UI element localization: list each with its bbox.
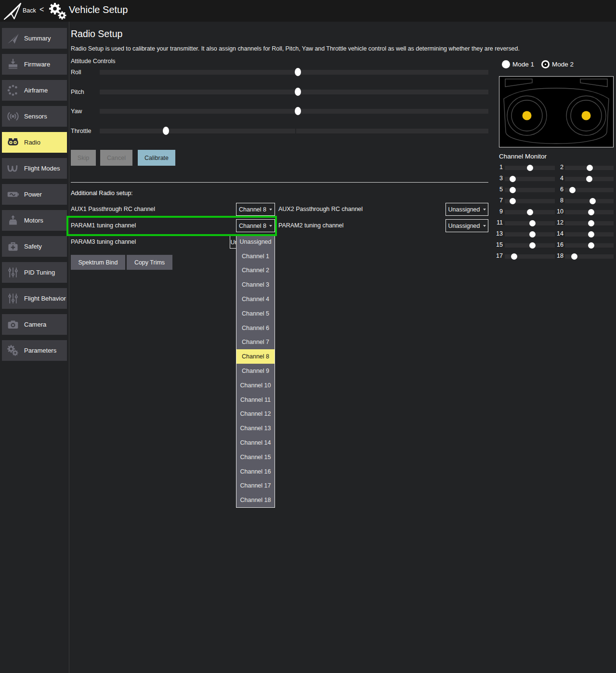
yaw-slider[interactable] <box>100 109 488 114</box>
sidebar-item-sensors[interactable]: Sensors <box>2 106 67 127</box>
sidebar-item-label: Parameters <box>24 347 56 354</box>
channel-5-monitor-bar <box>505 188 555 192</box>
dropdown-item-channel-17[interactable]: Channel 17 <box>236 479 275 493</box>
yaw-slider-thumb[interactable] <box>295 107 301 115</box>
back-button[interactable]: Back <box>23 7 36 14</box>
vehicle-setup-gears-icon[interactable] <box>47 2 68 22</box>
throttle-slider-thumb[interactable] <box>163 127 169 135</box>
roll-slider-label: Roll <box>71 69 81 76</box>
page-mode-title[interactable]: Vehicle Setup <box>69 4 128 15</box>
channel-3-value-dot <box>510 176 516 182</box>
dropdown-item-channel-5[interactable]: Channel 5 <box>236 306 275 321</box>
transmitter-diagram <box>499 76 614 147</box>
param1-channel-select[interactable]: Channel 8 <box>236 219 275 232</box>
channel-10-value-dot <box>588 209 594 215</box>
assign-row-label: AUX1 Passthrough RC channel <box>71 203 155 216</box>
cancel-button[interactable]: Cancel <box>100 150 132 166</box>
spektrum-bind-button[interactable]: Spektrum Bind <box>71 255 125 270</box>
channel-8-value-dot <box>590 198 596 204</box>
mode1-label: Mode 1 <box>512 61 534 68</box>
param2-channel-select[interactable]: Unassigned <box>446 219 488 232</box>
sidebar-item-flight-behavior[interactable]: Flight Behavior <box>2 288 67 309</box>
mode1-radio[interactable]: Mode 1 <box>502 60 534 68</box>
channel-13-value-dot <box>529 231 536 238</box>
aux1-channel-select[interactable]: Channel 8 <box>236 203 275 216</box>
sidebar-item-label: Flight Modes <box>24 165 60 172</box>
dropdown-item-channel-18[interactable]: Channel 18 <box>236 493 275 507</box>
sidebar-item-parameters[interactable]: Parameters <box>2 340 67 361</box>
roll-slider[interactable] <box>100 70 488 75</box>
slider-track-seam <box>295 129 296 133</box>
combo-value: Channel 8 <box>239 206 266 213</box>
mode1-radio-circle-icon[interactable] <box>502 60 510 68</box>
sidebar-item-power[interactable]: Power <box>2 184 67 205</box>
pitch-slider-label: Pitch <box>71 89 84 95</box>
sidebar-item-pid-tuning[interactable]: PID Tuning <box>2 262 67 283</box>
channel-9-label: 9 <box>495 208 503 215</box>
dropdown-item-channel-1[interactable]: Channel 1 <box>236 249 275 264</box>
mode2-radio[interactable]: Mode 2 <box>541 60 574 68</box>
skip-button[interactable]: Skip <box>71 150 96 166</box>
left-stick-dot <box>523 111 532 120</box>
channel-4-value-dot <box>586 176 592 182</box>
channel-11-monitor-bar <box>505 221 555 225</box>
channel-11-label: 11 <box>495 219 503 226</box>
combo-value: Unassigned <box>448 206 480 213</box>
dropdown-item-channel-4[interactable]: Channel 4 <box>236 292 275 306</box>
dropdown-item-channel-6[interactable]: Channel 6 <box>236 321 275 335</box>
chevron-down-icon <box>269 209 272 211</box>
dropdown-item-channel-10[interactable]: Channel 10 <box>236 378 275 393</box>
dropdown-item-channel-16[interactable]: Channel 16 <box>236 464 275 479</box>
dropdown-item-unassigned[interactable]: Unassigned <box>236 235 275 249</box>
combo-value: Channel 8 <box>239 223 266 229</box>
sidebar-item-motors[interactable]: Motors <box>2 210 67 231</box>
attitude-controls-label: Attitude Controls <box>71 58 115 65</box>
channel-12-label: 12 <box>554 219 564 226</box>
dropdown-item-channel-11[interactable]: Channel 11 <box>236 393 275 407</box>
sidebar-item-radio[interactable]: Radio <box>2 132 67 153</box>
dropdown-item-channel-9[interactable]: Channel 9 <box>236 364 275 378</box>
transmitter-sticks-icon <box>499 77 613 147</box>
dropdown-item-channel-12[interactable]: Channel 12 <box>236 407 275 422</box>
calibrate-button[interactable]: Calibrate <box>138 150 175 166</box>
airframe-icon <box>2 84 24 97</box>
dropdown-item-channel-8[interactable]: Channel 8 <box>236 349 275 364</box>
sidebar-item-flight-modes[interactable]: Flight Modes <box>2 158 67 179</box>
pitch-slider-thumb[interactable] <box>295 88 301 96</box>
channel-5-label: 5 <box>495 186 503 193</box>
yaw-slider-label: Yaw <box>71 108 82 115</box>
dropdown-item-channel-13[interactable]: Channel 13 <box>236 421 275 435</box>
aux2-channel-select[interactable]: Unassigned <box>446 203 488 216</box>
sidebar-item-summary[interactable]: Summary <box>2 28 67 49</box>
channel-15-value-dot <box>529 242 536 249</box>
dropdown-item-channel-15[interactable]: Channel 15 <box>236 450 275 464</box>
channel-16-label: 16 <box>554 241 564 248</box>
sidebar-item-firmware[interactable]: Firmware <box>2 54 67 75</box>
dropdown-item-channel-3[interactable]: Channel 3 <box>236 277 275 292</box>
throttle-slider-label: Throttle <box>71 128 91 134</box>
assign-row-label: PARAM2 tuning channel <box>278 219 343 232</box>
channel-17-label: 17 <box>495 252 503 259</box>
channel-7-value-dot <box>510 198 516 204</box>
channel-15-label: 15 <box>495 241 503 248</box>
channel-14-value-dot <box>588 231 594 238</box>
chevron-down-icon <box>483 209 486 211</box>
roll-slider-thumb[interactable] <box>295 68 301 76</box>
channel-3-monitor-bar <box>505 177 555 181</box>
channel-9-monitor-bar <box>505 210 555 214</box>
dropdown-item-channel-7[interactable]: Channel 7 <box>236 335 275 350</box>
channel-monitor-title: Channel Monitor <box>499 153 547 160</box>
sidebar-item-safety[interactable]: Safety <box>2 236 67 257</box>
copy-trims-button[interactable]: Copy Trims <box>127 255 172 270</box>
dropdown-item-channel-14[interactable]: Channel 14 <box>236 435 275 450</box>
dropdown-item-channel-2[interactable]: Channel 2 <box>236 264 275 278</box>
page-description: Radio Setup is used to calibrate your tr… <box>71 45 520 52</box>
sidebar-item-airframe[interactable]: Airframe <box>2 80 67 101</box>
sidebar-divider <box>69 22 69 673</box>
pitch-slider[interactable] <box>100 90 488 94</box>
sidebar-item-camera[interactable]: Camera <box>2 314 67 335</box>
mode2-radio-circle-icon[interactable] <box>541 60 550 68</box>
wave-icon <box>2 162 24 175</box>
channel-14-label: 14 <box>554 230 564 237</box>
throttle-slider[interactable] <box>100 129 488 133</box>
